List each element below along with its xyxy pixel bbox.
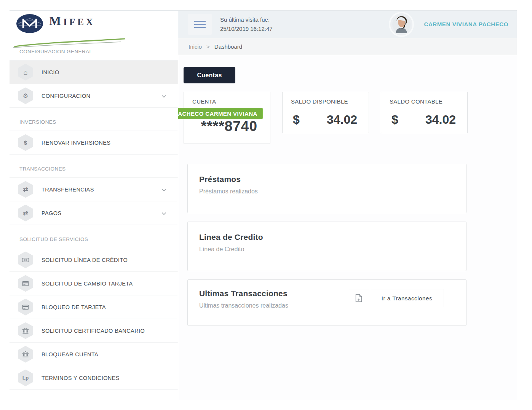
sidebar-item-label: SOLICITUD CERTIFICADO BANCARIO xyxy=(42,328,145,334)
user-name[interactable]: CARMEN VIVIANA PACHECO xyxy=(424,21,508,27)
available-balance-card: SALDO DISPONIBLE $ 34.02 xyxy=(282,92,369,133)
sidebar-nav: CONFIGURACION GENERAL⌂INICIO⚙CONFIGURACI… xyxy=(10,37,178,390)
last-transactions-subtitle: Ultimas transacciones realizadas xyxy=(199,302,288,309)
account-card-label: CUENTA xyxy=(192,98,270,105)
sidebar-item-transferencias[interactable]: ⇄TRANSFERENCIAS xyxy=(10,178,178,201)
sidebar-item-label: BLOQUEAR CUENTA xyxy=(42,351,98,357)
home-icon: ⌂ xyxy=(18,64,33,81)
sidebar-item-bloqueo-de-tarjeta[interactable]: BLOQUEO DE TARJETA xyxy=(10,295,178,319)
transfer-icon: ⇄ xyxy=(18,181,33,198)
currency-symbol: $ xyxy=(391,113,398,127)
file-plus-icon[interactable] xyxy=(348,289,370,307)
last-transactions-panel: Ultimas Transacciones Ultimas transaccio… xyxy=(187,279,466,326)
bank-icon xyxy=(18,346,33,363)
last-visit-info: Su última visita fue: 25/10/2019 16:12:4… xyxy=(220,15,273,34)
credit-card-icon xyxy=(18,275,33,292)
sidebar-section-transacciones: TRANSACCIONES xyxy=(10,155,178,178)
dollar-icon: $ xyxy=(18,134,33,151)
top-header: Su última visita fue: 25/10/2019 16:12:4… xyxy=(178,11,517,38)
user-menu[interactable]: CARMEN VIVIANA PACHECO xyxy=(390,13,508,35)
breadcrumb: Inicio > Dashboard xyxy=(178,38,517,55)
lp-icon: Lp xyxy=(18,370,33,386)
sidebar-item-solicitud-linea-de-credito[interactable]: SOLICITUD LÍNEA DE CRÉDITO xyxy=(10,248,178,272)
last-transactions-title: Ultimas Transacciones xyxy=(199,289,288,298)
credit-line-panel: Linea de Credito Línea de Credito xyxy=(187,222,466,271)
app-window: MIFEX CONFIGURACION GENERAL⌂INICIO⚙CONFI… xyxy=(10,10,517,400)
chevron-down-icon xyxy=(161,210,166,217)
summary-cards-row: PACHECO CARMEN VIVIANA CUENTA ****8740 S… xyxy=(184,92,517,144)
book-balance-label: SALDO CONTABLE xyxy=(390,98,460,105)
menu-toggle-button[interactable] xyxy=(188,14,212,35)
sidebar-item-configuracion[interactable]: ⚙CONFIGURACION xyxy=(10,84,178,108)
sidebar-item-inicio[interactable]: ⌂INICIO xyxy=(10,61,178,84)
sidebar-item-label: TRANSFERENCIAS xyxy=(42,187,94,193)
sidebar: MIFEX CONFIGURACION GENERAL⌂INICIO⚙CONFI… xyxy=(10,11,178,400)
main-area: Su última visita fue: 25/10/2019 16:12:4… xyxy=(178,11,517,400)
sidebar-item-label: SOLICITUD DE CAMBIO TARJETA xyxy=(42,281,133,287)
go-to-transactions-button[interactable]: Ir a Transacciones xyxy=(370,289,444,307)
sidebar-item-label: TERMINOS Y CONDICIONES xyxy=(42,375,120,381)
chevron-down-icon xyxy=(161,186,166,193)
breadcrumb-current: Dashboard xyxy=(214,43,242,50)
sidebar-item-label: SOLICITUD LÍNEA DE CRÉDITO xyxy=(42,257,128,263)
account-holder-tooltip: PACHECO CARMEN VIVIANA xyxy=(178,108,263,119)
go-to-transactions-group: Ir a Transacciones xyxy=(348,289,444,307)
credit-line-panel-title: Linea de Credito xyxy=(199,233,455,242)
loans-panel: Préstamos Préstamos realizados xyxy=(187,164,466,213)
brand-logo: MIFEX xyxy=(10,11,178,37)
chevron-down-icon xyxy=(161,93,166,99)
available-balance-value: 34.02 xyxy=(327,113,357,127)
avatar[interactable] xyxy=(390,13,412,35)
currency-symbol: $ xyxy=(293,113,300,127)
sidebar-item-label: RENOVAR INVERSIONES xyxy=(42,140,110,146)
sidebar-item-label: CONFIGURACION xyxy=(42,93,90,99)
credit-card-icon xyxy=(18,299,33,316)
sidebar-item-renovar-inversiones[interactable]: $RENOVAR INVERSIONES xyxy=(10,131,178,155)
book-balance-card: SALDO CONTABLE $ 34.02 xyxy=(381,92,468,133)
account-number: ****8740 xyxy=(192,118,270,134)
sidebar-item-pagos[interactable]: ⇄PAGOS xyxy=(10,201,178,225)
transfer-icon: ⇄ xyxy=(18,205,33,222)
sidebar-item-label: PAGOS xyxy=(42,210,62,216)
sidebar-section-solicitud-de-servicios: SOLICITUD DE SERVICIOS xyxy=(10,225,178,248)
bank-icon xyxy=(18,322,33,339)
sidebar-item-solicitud-de-cambio-tarjeta[interactable]: SOLICITUD DE CAMBIO TARJETA xyxy=(10,272,178,295)
sidebar-item-label: INICIO xyxy=(42,69,59,75)
dashboard-content: Cuentas PACHECO CARMEN VIVIANA CUENTA **… xyxy=(178,55,517,400)
loans-panel-title: Préstamos xyxy=(199,175,455,184)
breadcrumb-separator: > xyxy=(206,43,210,50)
sidebar-section-inversiones: INVERSIONES xyxy=(10,108,178,131)
loans-panel-subtitle: Préstamos realizados xyxy=(199,188,455,195)
sidebar-item-label: BLOQUEO DE TARJETA xyxy=(42,304,106,310)
last-visit-value: 25/10/2019 16:12:47 xyxy=(220,24,273,34)
credit-line-panel-subtitle: Línea de Credito xyxy=(199,246,455,253)
mifex-bridge-icon xyxy=(16,13,44,35)
sidebar-section-configuracion-general: CONFIGURACION GENERAL xyxy=(10,37,178,61)
gear-icon: ⚙ xyxy=(18,88,33,104)
brand-name: MIFEX xyxy=(49,14,95,28)
breadcrumb-home-link[interactable]: Inicio xyxy=(189,43,202,50)
banknote-icon xyxy=(18,252,33,268)
sidebar-item-terminos-y-condiciones[interactable]: LpTERMINOS Y CONDICIONES xyxy=(10,366,178,390)
accounts-button[interactable]: Cuentas xyxy=(184,67,235,83)
available-balance-label: SALDO DISPONIBLE xyxy=(291,98,361,105)
last-visit-label: Su última visita fue: xyxy=(220,15,273,24)
book-balance-value: 34.02 xyxy=(425,113,456,127)
sidebar-item-solicitud-certificado-bancario[interactable]: SOLICITUD CERTIFICADO BANCARIO xyxy=(10,319,178,343)
sidebar-item-bloquear-cuenta[interactable]: BLOQUEAR CUENTA xyxy=(10,343,178,366)
